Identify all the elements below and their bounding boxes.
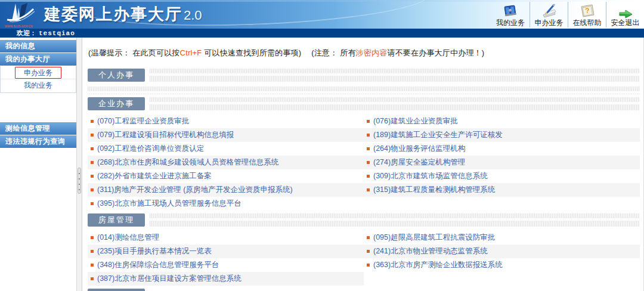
service-cell: (268)北京市住房和城乡建设领域人员资格管理信息系统	[88, 156, 364, 169]
service-link[interactable]: (268)北京市住房和城乡建设领域人员资格管理信息系统	[97, 157, 278, 168]
service-link[interactable]: (079)工程建设项目招标代理机构信息填报	[97, 130, 234, 140]
welcome-prefix: 欢迎：	[17, 29, 36, 36]
service-link[interactable]: (092)工程造价咨询单位资质认定	[97, 144, 204, 154]
bullet-icon	[91, 188, 94, 191]
sidebar-sublink-highlighted[interactable]: 申办业务	[1, 66, 76, 79]
section-header[interactable]: 个人办事	[88, 69, 145, 82]
bullet-icon	[91, 250, 94, 253]
section-header-row: 房屋管理	[88, 213, 640, 227]
table-row: (311)房地产开发企业管理 (原房地产开发企业资质申报系统)(315)建筑工程…	[88, 183, 640, 197]
service-cell: (264)物业服务评估监理机构	[364, 142, 640, 156]
nav-label: 申办业务	[530, 19, 568, 27]
empty-section-band	[88, 86, 640, 94]
bullet-icon	[367, 134, 370, 137]
service-link[interactable]: (070)工程监理企业资质审批	[97, 116, 189, 126]
bullet-icon	[367, 175, 370, 178]
empty-cell	[364, 197, 640, 210]
service-link[interactable]: (189)建筑施工企业安全生产许可证核发	[373, 130, 503, 140]
service-rows: (014)测绘信息管理(095)超限高层建筑工程抗震设防审批(235)项目手册执…	[88, 231, 640, 286]
service-link[interactable]: (076)建筑业企业资质审批	[373, 116, 458, 126]
section-texture	[150, 69, 640, 82]
service-link[interactable]: (235)项目手册执行基本情况一览表	[97, 246, 212, 256]
service-cell: (387)北京市居住项目建设方案管理信息系统	[88, 272, 364, 286]
next-section-header-partial	[88, 289, 145, 291]
notice-alert-text: 涉密内容	[356, 48, 388, 57]
service-link[interactable]: (387)北京市居住项目建设方案管理信息系统	[97, 274, 242, 284]
sidebar-item[interactable]: 测绘信息管理	[0, 122, 76, 135]
table-row: (395)北京市施工现场人员管理服务信息平台	[88, 197, 640, 210]
sidebar-item[interactable]: 违法违规行为查询	[0, 135, 76, 148]
service-link[interactable]: (311)房地产开发企业管理 (原房地产开发企业资质申报系统)	[97, 185, 293, 195]
service-cell: (241)北京市物业管理动态监管系统	[364, 244, 640, 258]
app-logo: WWW.BJJS.GOV.CN	[4, 2, 38, 28]
bullet-icon	[367, 264, 370, 267]
my-business-button[interactable]: 我的业务	[491, 2, 530, 27]
bullet-icon	[91, 264, 94, 267]
notice-plain-text: (温馨提示： 在此页可以按	[88, 48, 180, 57]
service-link[interactable]: (014)测绘信息管理	[97, 233, 159, 243]
pen-icon	[530, 3, 568, 18]
bullet-icon	[367, 120, 370, 123]
splitter-grip-icon[interactable]	[78, 168, 81, 194]
logo-icon	[4, 2, 38, 24]
svg-text:?: ?	[584, 7, 590, 16]
section-header[interactable]: 房屋管理	[88, 213, 145, 227]
app-title: 建委网上办事大厅	[44, 5, 182, 23]
service-cell: (235)项目手册执行基本情况一览表	[88, 244, 364, 258]
header-nav: 我的业务申办业务?在线帮助安全退出	[491, 0, 644, 29]
service-link[interactable]: (348)住房保障综合信息管理服务平台	[97, 260, 219, 270]
service-link[interactable]: (241)北京市物业管理动态监管系统	[373, 246, 488, 256]
welcome-bar: 欢迎：testqiao	[0, 29, 644, 38]
service-link[interactable]: (274)房屋安全鉴定机构管理	[373, 157, 465, 168]
bullet-icon	[91, 236, 94, 239]
body: 我的信息我的办事大厅申办业务我的业务测绘信息管理违法违规行为查询 (温馨提示： …	[0, 38, 644, 291]
section-header[interactable]: 企业办事	[88, 97, 145, 110]
nav-label: 在线帮助	[568, 19, 606, 27]
sidebar-splitter[interactable]	[76, 38, 82, 291]
service-link[interactable]: (095)超限高层建筑工程抗震设防审批	[373, 233, 495, 243]
bullet-icon	[367, 236, 370, 239]
service-cell: (079)工程建设项目招标代理机构信息填报	[88, 128, 364, 142]
help-icon: ?	[568, 3, 606, 18]
notice-plain-text: 可以快速查找到所需的事项) (注意： 所有	[202, 48, 356, 57]
service-link[interactable]: (395)北京市施工现场人员管理服务信息平台	[97, 199, 242, 209]
exit-icon	[606, 3, 644, 18]
table-row: (282)外省市建筑企业进京施工备案(309)北京市建筑市场监管信息系统	[88, 169, 640, 183]
service-cell: (095)超限高层建筑工程抗震设防审批	[364, 231, 640, 244]
notice-alert-text: Ctrl+F	[180, 48, 202, 57]
apply-business-button[interactable]: 申办业务	[530, 2, 568, 27]
app-header: WWW.BJJS.GOV.CN 建委网上办事大厅2.0 我的业务申办业务?在线帮…	[0, 0, 644, 29]
service-cell: (189)建筑施工企业安全生产许可证核发	[364, 128, 640, 142]
page-title: 建委网上办事大厅2.0	[44, 4, 202, 25]
sidebar-subpanel: 申办业务我的业务	[0, 66, 76, 93]
service-link[interactable]: (363)北京市房产测绘企业数据报送系统	[373, 260, 503, 270]
service-cell: (348)住房保障综合信息管理服务平台	[88, 258, 364, 272]
section-header-row: 企业办事	[88, 97, 640, 110]
table-row: (070)工程监理企业资质审批(076)建筑业企业资质审批	[88, 114, 640, 128]
service-link[interactable]: (264)物业服务评估监理机构	[373, 144, 465, 154]
section-texture	[150, 97, 640, 110]
bullet-icon	[91, 202, 94, 205]
safe-exit-button[interactable]: 安全退出	[606, 2, 644, 27]
sidebar: 我的信息我的办事大厅申办业务我的业务测绘信息管理违法违规行为查询	[0, 38, 76, 291]
section-texture	[150, 213, 640, 227]
bullet-icon	[91, 161, 94, 164]
service-cell: (311)房地产开发企业管理 (原房地产开发企业资质申报系统)	[88, 183, 364, 197]
service-link[interactable]: (315)建筑工程质量检测机构管理系统	[373, 185, 495, 195]
sublink-label: 申办业务	[15, 67, 61, 79]
sidebar-item[interactable]: 我的信息	[0, 40, 76, 52]
service-link[interactable]: (282)外省市建筑企业进京施工备案	[97, 171, 212, 181]
table-row: (014)测绘信息管理(095)超限高层建筑工程抗震设防审批	[88, 231, 640, 244]
briefcase-icon	[491, 3, 530, 18]
bullet-icon	[91, 175, 94, 178]
bullet-icon	[91, 134, 94, 137]
sidebar-item[interactable]: 我的办事大厅	[0, 53, 76, 66]
service-link[interactable]: (309)北京市建筑市场监管信息系统	[373, 171, 488, 181]
sidebar-sublink[interactable]: 我的业务	[1, 79, 76, 92]
nav-label: 我的业务	[491, 19, 530, 27]
table-row: (348)住房保障综合信息管理服务平台(363)北京市房产测绘企业数据报送系统	[88, 258, 640, 272]
online-help-button[interactable]: ?在线帮助	[568, 2, 606, 27]
empty-cell	[364, 272, 640, 286]
bullet-icon	[91, 277, 94, 280]
app-version: 2.0	[184, 8, 202, 23]
